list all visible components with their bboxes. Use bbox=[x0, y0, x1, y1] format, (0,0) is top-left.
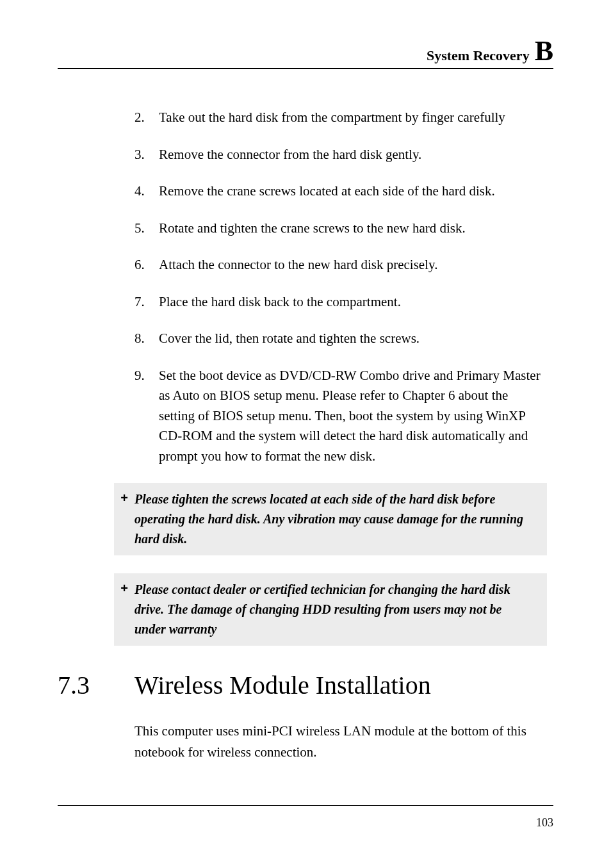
list-item: 7. Place the hard disk back to the compa… bbox=[134, 292, 547, 313]
list-item: 8. Cover the lid, then rotate and tighte… bbox=[134, 329, 547, 349]
note-box: + Please tighten the screws located at e… bbox=[114, 483, 547, 555]
list-text: Place the hard disk back to the compartm… bbox=[159, 292, 547, 313]
section-heading: 7.3 Wireless Module Installation bbox=[58, 670, 547, 700]
list-text: Take out the hard disk from the compartm… bbox=[159, 108, 547, 128]
list-item: 4. Remove the crane screws located at ea… bbox=[134, 181, 547, 202]
body-paragraph: This computer uses mini-PCI wireless LAN… bbox=[134, 721, 547, 762]
list-text: Remove the crane screws located at each … bbox=[159, 181, 547, 202]
list-number: 2. bbox=[134, 108, 159, 128]
list-number: 3. bbox=[134, 145, 159, 165]
list-text: Set the boot device as DVD/CD-RW Combo d… bbox=[159, 366, 547, 467]
page-number: 103 bbox=[536, 816, 553, 829]
header-letter: B bbox=[535, 38, 553, 64]
list-number: 8. bbox=[134, 329, 159, 349]
list-number: 7. bbox=[134, 292, 159, 313]
page-header: System Recovery B bbox=[58, 38, 553, 69]
list-item: 5. Rotate and tighten the crane screws t… bbox=[134, 218, 547, 239]
list-item: 9. Set the boot device as DVD/CD-RW Comb… bbox=[134, 366, 547, 467]
page-footer: 103 bbox=[58, 805, 553, 830]
list-text: Attach the connector to the new hard dis… bbox=[159, 255, 547, 275]
note-marker-icon: + bbox=[114, 489, 134, 549]
note-text: Please contact dealer or certified techn… bbox=[134, 580, 539, 639]
content-area: 2. Take out the hard disk from the compa… bbox=[134, 108, 547, 762]
list-number: 4. bbox=[134, 181, 159, 202]
list-number: 5. bbox=[134, 218, 159, 239]
list-item: 3. Remove the connector from the hard di… bbox=[134, 145, 547, 165]
list-number: 9. bbox=[134, 366, 159, 467]
note-text: Please tighten the screws located at eac… bbox=[134, 489, 539, 549]
list-text: Rotate and tighten the crane screws to t… bbox=[159, 218, 547, 239]
section-number: 7.3 bbox=[58, 670, 134, 700]
page: System Recovery B 2. Take out the hard d… bbox=[0, 0, 611, 868]
list-item: 2. Take out the hard disk from the compa… bbox=[134, 108, 547, 128]
list-text: Cover the lid, then rotate and tighten t… bbox=[159, 329, 547, 349]
list-item: 6. Attach the connector to the new hard … bbox=[134, 255, 547, 275]
note-marker-icon: + bbox=[114, 580, 134, 639]
section-title: Wireless Module Installation bbox=[134, 670, 547, 700]
header-title: System Recovery bbox=[427, 47, 530, 64]
list-number: 6. bbox=[134, 255, 159, 275]
list-text: Remove the connector from the hard disk … bbox=[159, 145, 547, 165]
note-box: + Please contact dealer or certified tec… bbox=[114, 573, 547, 646]
